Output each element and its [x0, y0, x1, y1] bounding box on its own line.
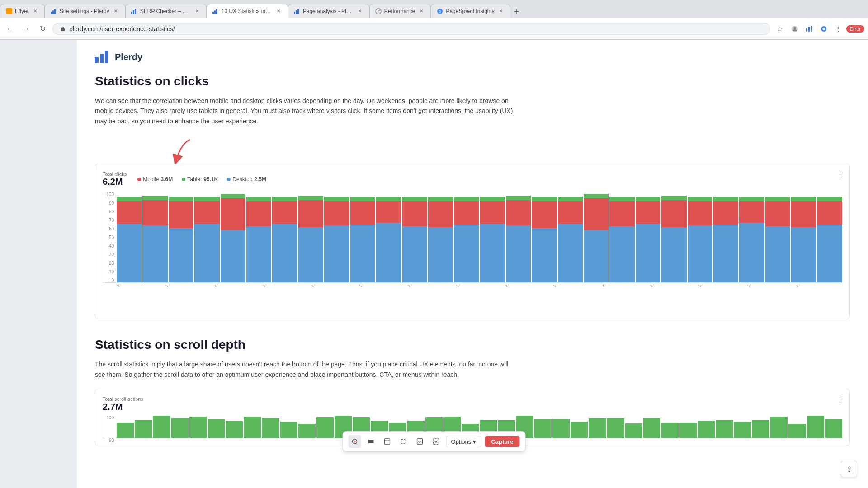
scroll-description: The scroll statistics imply that a large…: [95, 359, 520, 380]
bar-group[interactable]: [817, 197, 842, 282]
eflyer-favicon: [6, 8, 12, 14]
url-bar[interactable]: plerdy.com/user-experience-statistics/: [52, 23, 770, 35]
bar-group[interactable]: [142, 196, 167, 282]
mobile-legend: Mobile 3.6M: [137, 176, 173, 183]
bar-group[interactable]: [376, 197, 401, 282]
y-label-40: 40: [103, 244, 114, 249]
x-label: 2024-07-04: [552, 285, 605, 304]
capture-button[interactable]: Capture: [485, 436, 519, 447]
bar-group[interactable]: [636, 197, 660, 282]
y-label-90: 90: [103, 201, 114, 206]
scroll-total-label: Total scroll actions: [103, 396, 842, 402]
tab-serp-checker[interactable]: SERP Checker – Plerdy ✕: [125, 4, 207, 18]
bar-group[interactable]: [350, 197, 375, 282]
plerdy-ext-icon[interactable]: [803, 23, 816, 35]
tab-pagespeed-close[interactable]: ✕: [497, 8, 505, 15]
bar-group[interactable]: [713, 197, 738, 282]
chart-menu-button[interactable]: ⋮: [836, 169, 844, 179]
bar-group[interactable]: [584, 194, 609, 282]
bar-group[interactable]: [169, 197, 193, 282]
browser-window: Eflyer ✕ Site settings - Plerdy ✕ SERP C…: [0, 0, 868, 488]
y-label-30: 30: [103, 253, 114, 257]
page-area: Plerdy Statistics on clicks We can see t…: [0, 40, 868, 488]
url-text: plerdy.com/user-experience-statistics/: [69, 25, 763, 33]
options-button[interactable]: Options ▾: [446, 436, 481, 447]
total-clicks-group: Total clicks 6.2M: [103, 171, 127, 187]
clicks-description: We can see that the correlation between …: [95, 96, 520, 126]
options-label: Options: [451, 438, 472, 445]
scroll-chart-menu-button[interactable]: ⋮: [836, 394, 844, 404]
chrome-ext-icon[interactable]: [817, 23, 830, 35]
tab-eflyer[interactable]: Eflyer ✕: [0, 4, 45, 18]
scroll-bar: [153, 416, 170, 438]
scroll-bar: [825, 419, 842, 438]
bar-group[interactable]: [298, 196, 323, 282]
mobile-value: 3.6M: [161, 176, 173, 183]
tab-site-settings[interactable]: Site settings - Plerdy ✕: [45, 4, 125, 18]
bar-group[interactable]: [454, 197, 479, 282]
capture-tool-selection[interactable]: [397, 435, 410, 448]
x-label: 2024-07-10: [698, 285, 750, 304]
bar-group[interactable]: [688, 197, 712, 282]
new-tab-button[interactable]: +: [510, 5, 523, 18]
capture-tool-circle[interactable]: [349, 435, 361, 448]
tablet-dot: [182, 178, 185, 181]
tab-ux-statistics[interactable]: 10 UX Statistics in 2024 – Pie... ✕: [207, 4, 288, 18]
y-label-10: 10: [103, 270, 114, 274]
more-icon[interactable]: ⋮: [832, 23, 844, 35]
capture-tool-browser[interactable]: [381, 435, 394, 448]
logo: Plerdy: [95, 51, 850, 63]
tab-ux-statistics-close[interactable]: ✕: [275, 8, 282, 15]
mobile-label: Mobile: [143, 176, 159, 183]
bar-group[interactable]: [558, 197, 583, 282]
ux-statistics-favicon: [212, 8, 219, 14]
tab-site-settings-close[interactable]: ✕: [112, 8, 119, 15]
bar-group[interactable]: [480, 197, 505, 282]
tab-serp-checker-title: SERP Checker – Plerdy: [140, 8, 191, 14]
scroll-bar: [698, 421, 715, 438]
bar-group[interactable]: [117, 197, 142, 282]
bar-group[interactable]: [506, 196, 531, 282]
back-button[interactable]: ←: [4, 23, 16, 35]
y-axis: 0 10 20 30 40 50 60 70 80 90 100: [103, 192, 114, 283]
bar-group[interactable]: [194, 197, 219, 282]
bar-group[interactable]: [739, 197, 764, 282]
tab-page-analysis-close[interactable]: ✕: [356, 8, 363, 15]
tab-serp-checker-close[interactable]: ✕: [193, 8, 201, 15]
refresh-button[interactable]: ↻: [36, 23, 49, 35]
scroll-bar: [135, 420, 152, 438]
bar-group[interactable]: [609, 197, 634, 282]
bar-group[interactable]: [402, 197, 427, 282]
profile-icon[interactable]: [788, 23, 801, 35]
bar-group[interactable]: [532, 197, 557, 282]
bar-group[interactable]: [765, 197, 790, 282]
tab-pagespeed[interactable]: G PageSpeed Insights ✕: [431, 4, 510, 18]
capture-toolbar: Options ▾ Capture: [343, 431, 526, 452]
bar-group[interactable]: [428, 197, 453, 282]
x-label: 2024-07-02: [504, 285, 557, 304]
scroll-section: Statistics on scroll depth The scroll st…: [95, 338, 850, 446]
bar-group[interactable]: [221, 194, 245, 282]
bar-group[interactable]: [272, 197, 297, 282]
tab-page-analysis-title: Page analysis - Plerdy: [303, 8, 354, 14]
y-label-70: 70: [103, 218, 114, 223]
bookmark-icon[interactable]: ☆: [774, 23, 787, 35]
tab-performance[interactable]: Performance ✕: [369, 4, 431, 18]
forward-button[interactable]: →: [20, 23, 33, 35]
svg-text:G: G: [439, 10, 441, 13]
bar-group[interactable]: [661, 196, 686, 282]
capture-tool-rect-full[interactable]: [365, 435, 377, 448]
sidebar: [0, 40, 77, 488]
bar-group[interactable]: [246, 197, 271, 282]
bar-group[interactable]: [324, 197, 349, 282]
tab-performance-close[interactable]: ✕: [418, 8, 425, 15]
tab-eflyer-close[interactable]: ✕: [32, 8, 39, 15]
scroll-bar: [770, 417, 788, 438]
back-to-top-button[interactable]: ⇧: [841, 461, 857, 477]
tab-page-analysis[interactable]: Page analysis - Plerdy ✕: [288, 4, 369, 18]
y-label-80: 80: [103, 210, 114, 214]
capture-tool-scroll[interactable]: [414, 435, 426, 448]
capture-tool-auto[interactable]: [430, 435, 443, 448]
x-label: 2024-06-26: [359, 285, 411, 304]
bar-group[interactable]: [791, 197, 816, 282]
